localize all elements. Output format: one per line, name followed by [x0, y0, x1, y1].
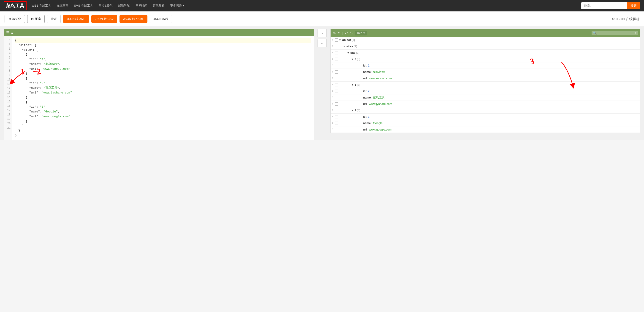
tree-checkbox-item0-id[interactable]: [335, 64, 338, 67]
editor-icon-menu[interactable]: ☰: [6, 31, 10, 35]
tree-checkbox-item2-url[interactable]: [335, 128, 338, 131]
nav-item-email[interactable]: 邮箱导航: [116, 2, 132, 9]
navbar-brand[interactable]: 菜鸟工具: [4, 1, 26, 10]
tree-checkbox-sites[interactable]: [335, 45, 338, 48]
nav-item-tutorial[interactable]: 菜鸟教程: [150, 2, 167, 9]
tree-toggle-item2[interactable]: ▼: [351, 109, 354, 112]
editor-panel: ☰ ≡ 123456789101112131415161718192021 { …: [4, 29, 314, 140]
tree-key-item2-id: id: [363, 115, 366, 118]
drag-handle-root[interactable]: ⠿: [330, 39, 335, 41]
tree-checkbox-root[interactable]: [335, 38, 338, 42]
line-number-4: 4: [5, 51, 10, 56]
tree-colon-item2-id: :: [366, 115, 367, 118]
line-number-19: 19: [5, 117, 10, 121]
editor-toolbar: ☰ ≡: [4, 29, 314, 36]
drag-handle-item2-id[interactable]: ⠿: [330, 115, 335, 118]
navbar: 菜鸟工具 WEB 在线工具 在线画图 SVG 在线工具 图片&颜色 邮箱导航 世…: [0, 0, 644, 11]
json-xml-button[interactable]: JSON 转 XML: [63, 15, 89, 23]
code-line-12: "url": "www.jyshare.com": [15, 91, 311, 95]
line-number-5: 5: [5, 56, 10, 60]
tree-checkbox-item0[interactable]: [335, 58, 338, 61]
tree-icon-updown[interactable]: ⇅: [333, 31, 336, 35]
drag-handle-item1-name[interactable]: ⠿: [330, 96, 335, 99]
code-area[interactable]: { "sites": { "site": [ { "id": "1", "nam…: [12, 36, 314, 140]
drag-handle-item2[interactable]: ⠿: [330, 109, 335, 112]
tree-checkbox-item1-url[interactable]: [335, 102, 338, 106]
tree-checkbox-item0-url[interactable]: [335, 77, 338, 80]
tree-checkbox-item1[interactable]: [335, 83, 338, 86]
line-number-16: 16: [5, 104, 10, 108]
tree-key-root: object: [342, 38, 351, 42]
tree-row-item0-id: ⠿id : 1: [330, 62, 640, 69]
nav-item-drawing[interactable]: 在线画图: [54, 2, 71, 9]
tree-key-item1-url: url: [363, 102, 367, 106]
drag-handle-item2-name[interactable]: ⠿: [330, 122, 335, 124]
editor-icon-list[interactable]: ≡: [11, 31, 13, 35]
tree-checkbox-site[interactable]: [335, 51, 338, 54]
drag-handle-item1[interactable]: ⠿: [330, 83, 335, 86]
section-wrapper: ☰ ≡ 123456789101112131415161718192021 { …: [0, 27, 644, 140]
tree-toggle-sites[interactable]: ▼: [343, 45, 346, 48]
tree-undo-icon[interactable]: ↩: [345, 31, 348, 35]
nav-item-svg[interactable]: SVG 在线工具: [72, 2, 95, 9]
tree-toggle-site[interactable]: ▼: [347, 51, 350, 54]
tree-view-dropdown[interactable]: Tree ▾: [354, 31, 367, 35]
tree-value-item0-url: www.runoob.com: [369, 77, 392, 80]
format-icon: ⊞: [8, 17, 11, 21]
tree-value-item1-name: 菜鸟工具: [373, 96, 385, 100]
tree-key-item2: 2: [354, 109, 356, 112]
search-button[interactable]: 搜索: [627, 2, 640, 9]
tree-row-site: ⠿▼site [3]: [330, 50, 640, 56]
drag-handle-sites[interactable]: ⠿: [330, 45, 335, 47]
tree-toggle-item1[interactable]: ▼: [351, 83, 354, 86]
tree-redo-icon[interactable]: ↪: [350, 31, 353, 35]
drag-handle-item0-url[interactable]: ⠿: [330, 77, 335, 80]
tree-type-item1: {3}: [357, 83, 360, 86]
tree-colon-item1-name: :: [371, 96, 372, 99]
drag-handle-site[interactable]: ⠿: [330, 51, 335, 54]
format-button[interactable]: ⊞ 格式化: [4, 15, 25, 23]
tree-checkbox-item2[interactable]: [335, 109, 338, 112]
validate-button[interactable]: 验证: [47, 15, 61, 23]
forward-arrow-button[interactable]: →: [318, 29, 327, 37]
tree-key-sites: sites: [346, 45, 353, 48]
back-arrow-button[interactable]: ←: [318, 39, 327, 47]
code-line-9: {: [15, 76, 311, 81]
compress-icon: ⊟: [31, 17, 34, 21]
drag-handle-item2-url[interactable]: ⠿: [330, 128, 335, 131]
compress-button[interactable]: ⊟ 压缩: [27, 15, 45, 23]
drag-handle-item0[interactable]: ⠿: [330, 58, 335, 60]
line-number-20: 20: [5, 122, 10, 126]
search-input[interactable]: [581, 2, 627, 9]
tree-key-item2-url: url: [363, 128, 367, 131]
panels-row: ☰ ≡ 123456789101112131415161718192021 { …: [4, 29, 640, 140]
tree-checkbox-item2-id[interactable]: [335, 115, 338, 118]
json-yaml-button[interactable]: JSON 转 YAML: [120, 15, 147, 23]
tree-checkbox-item1-name[interactable]: [335, 96, 338, 99]
tree-value-item1-url: www.jyshare.com: [369, 102, 392, 106]
nav-item-web[interactable]: WEB 在线工具: [29, 2, 53, 9]
nav-item-more[interactable]: 更多频道 ▾: [168, 2, 187, 9]
tree-search-input[interactable]: [598, 31, 634, 35]
drag-handle-item0-id[interactable]: ⠿: [330, 64, 335, 67]
json-tutorial-button[interactable]: JSON 教程: [150, 15, 172, 23]
tree-checkbox-item2-name[interactable]: [335, 122, 338, 125]
tree-checkbox-item0-name[interactable]: [335, 70, 338, 74]
tree-checkbox-item1-id[interactable]: [335, 90, 338, 93]
drag-handle-item1-url[interactable]: ⠿: [330, 103, 335, 105]
tree-row-item2-url: ⠿url : www.google.com: [330, 126, 640, 133]
tree-toggle-item0[interactable]: ▼: [351, 58, 354, 61]
drag-handle-item0-name[interactable]: ⠿: [330, 71, 335, 73]
tree-search-chevron[interactable]: ▾: [635, 31, 636, 34]
tree-row-sites: ⠿▼sites {1}: [330, 43, 640, 50]
line-number-12: 12: [5, 86, 10, 91]
nav-item-time[interactable]: 世界时间: [133, 2, 150, 9]
tree-type-root: {1}: [352, 38, 355, 42]
drag-handle-item1-id[interactable]: ⠿: [330, 90, 335, 92]
nav-item-image[interactable]: 图片&颜色: [96, 2, 115, 9]
tree-toggle-root[interactable]: ▼: [339, 39, 341, 41]
code-line-14: {: [15, 100, 311, 105]
tree-key-item1: 1: [354, 83, 356, 86]
tree-icon-menu[interactable]: ≡: [338, 31, 340, 35]
json-csv-button[interactable]: JSON 转 CSV: [91, 15, 118, 23]
